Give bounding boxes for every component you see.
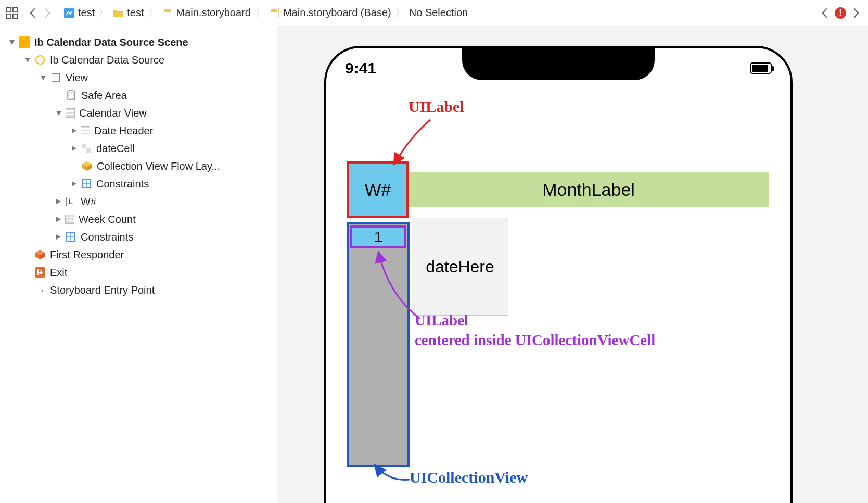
weekcount-cell-label[interactable]: 1 bbox=[350, 225, 406, 248]
disclosure-triangle-icon[interactable] bbox=[72, 146, 76, 151]
outline-calendarview[interactable]: Calendar View bbox=[9, 104, 272, 122]
breadcrumb-item[interactable]: No Selection bbox=[409, 7, 468, 19]
view-icon bbox=[50, 72, 61, 83]
label-icon: L bbox=[65, 196, 76, 207]
breadcrumb: test 〉 test 〉 Main.storyboard 〉 Main.sto… bbox=[63, 7, 815, 19]
svg-rect-1 bbox=[13, 7, 17, 11]
disclosure-triangle-icon[interactable] bbox=[56, 234, 61, 240]
breadcrumb-item[interactable]: Main.storyboard (Base) bbox=[269, 7, 391, 19]
svg-rect-6 bbox=[164, 9, 171, 12]
annotation-uilabel: UILabel bbox=[409, 98, 464, 116]
outline-viewcontroller[interactable]: Ib Calendar Data Source bbox=[9, 51, 272, 69]
first-responder-icon bbox=[34, 249, 46, 260]
breadcrumb-label: Main.storyboard (Base) bbox=[283, 7, 391, 19]
entrypoint-icon: → bbox=[34, 284, 46, 296]
svg-rect-2 bbox=[7, 14, 11, 18]
svg-rect-8 bbox=[271, 9, 277, 12]
outline-label: Calendar View bbox=[79, 107, 147, 119]
nav-forward-button[interactable] bbox=[42, 5, 54, 21]
svg-rect-3 bbox=[13, 14, 17, 18]
breadcrumb-label: test bbox=[127, 7, 144, 19]
chevron-right-icon: 〉 bbox=[254, 7, 265, 19]
outline-label: Collection View Flow Lay... bbox=[97, 160, 220, 172]
storyboard-icon bbox=[269, 7, 280, 19]
folder-icon bbox=[112, 7, 124, 19]
collectionview-icon bbox=[66, 108, 75, 118]
error-badge-icon[interactable]: ! bbox=[835, 7, 846, 19]
nav-back-button[interactable] bbox=[26, 5, 39, 21]
wnum-uilabel[interactable]: W# bbox=[347, 161, 409, 218]
chevron-right-icon: 〉 bbox=[98, 7, 109, 19]
flowlayout-icon bbox=[81, 160, 93, 172]
breadcrumb-item[interactable]: test bbox=[112, 7, 144, 19]
date-cell[interactable]: dateHere bbox=[412, 218, 508, 316]
outline-label: View bbox=[66, 72, 88, 84]
disclosure-triangle-icon[interactable] bbox=[9, 40, 15, 45]
iphone-device-frame: 9:41 W# MonthLabel 1 dateHere UILabel UI… bbox=[324, 46, 793, 503]
storyboard-icon bbox=[162, 7, 173, 19]
battery-icon bbox=[750, 62, 772, 74]
svg-rect-12 bbox=[82, 144, 86, 148]
status-bar: 9:41 bbox=[326, 59, 790, 77]
month-uilabel[interactable]: MonthLabel bbox=[409, 172, 769, 207]
disclosure-triangle-icon[interactable] bbox=[25, 58, 30, 62]
outline-label: dateCell bbox=[96, 143, 134, 155]
breadcrumb-label: Main.storyboard bbox=[176, 7, 251, 19]
outline-label: Week Count bbox=[79, 213, 136, 225]
breadcrumb-item[interactable]: Main.storyboard bbox=[162, 7, 251, 19]
related-items-icon[interactable] bbox=[5, 6, 19, 20]
svg-rect-10 bbox=[69, 92, 74, 98]
outline-constraints2[interactable]: Constraints bbox=[9, 228, 272, 246]
viewcontroller-icon bbox=[34, 54, 46, 66]
outline-entrypoint[interactable]: → Storyboard Entry Point bbox=[9, 281, 272, 299]
outline-label: Constraints bbox=[96, 178, 149, 190]
outline-label: First Responder bbox=[50, 249, 124, 261]
constraints-icon bbox=[81, 178, 92, 190]
cell-icon bbox=[81, 143, 92, 154]
outline-datecell[interactable]: dateCell bbox=[9, 140, 272, 157]
outline-constraints[interactable]: Constraints bbox=[9, 175, 272, 193]
ib-canvas[interactable]: 9:41 W# MonthLabel 1 dateHere UILabel UI… bbox=[277, 26, 868, 503]
exit-icon bbox=[34, 267, 46, 278]
outline-firstresponder[interactable]: First Responder bbox=[9, 246, 272, 263]
annotation-collectionview: UICollectionView bbox=[410, 469, 528, 486]
outline-label: Ib Calendar Data Source bbox=[50, 54, 164, 66]
topbar-right: ! bbox=[818, 5, 863, 21]
breadcrumb-label: test bbox=[78, 7, 95, 19]
outline-weekcount[interactable]: Week Count bbox=[9, 210, 272, 228]
collectionview-icon bbox=[81, 126, 90, 135]
outline-exit[interactable]: Exit bbox=[9, 263, 272, 281]
app-icon bbox=[63, 7, 75, 19]
status-time: 9:41 bbox=[345, 59, 376, 77]
outline-label: Date Header bbox=[94, 125, 153, 137]
collectionview-icon bbox=[65, 215, 74, 224]
document-outline[interactable]: Ib Calendar Data Source Scene Ib Calenda… bbox=[0, 26, 277, 503]
breadcrumb-item[interactable]: test bbox=[63, 7, 95, 19]
outline-wnum[interactable]: L W# bbox=[9, 193, 272, 210]
disclosure-triangle-icon[interactable] bbox=[56, 199, 61, 204]
outline-label: Storyboard Entry Point bbox=[50, 284, 155, 296]
chevron-right-icon: 〉 bbox=[147, 7, 159, 19]
aux-forward-button[interactable] bbox=[850, 5, 863, 21]
breadcrumb-label: No Selection bbox=[409, 7, 468, 19]
svg-rect-0 bbox=[7, 7, 11, 11]
path-bar: test 〉 test 〉 Main.storyboard 〉 Main.sto… bbox=[0, 0, 868, 26]
disclosure-triangle-icon[interactable] bbox=[56, 111, 61, 116]
outline-dateheader[interactable]: Date Header bbox=[9, 122, 272, 140]
outline-scene[interactable]: Ib Calendar Data Source Scene bbox=[9, 33, 272, 51]
outline-view[interactable]: View bbox=[9, 69, 272, 86]
weekcount-collectionview[interactable]: 1 bbox=[347, 222, 410, 467]
outline-flowlayout[interactable]: Collection View Flow Lay... bbox=[9, 157, 272, 175]
outline-label: Constraints bbox=[81, 231, 133, 243]
outline-label: Exit bbox=[50, 267, 67, 279]
disclosure-triangle-icon[interactable] bbox=[72, 181, 76, 186]
disclosure-triangle-icon[interactable] bbox=[72, 128, 76, 133]
outline-label: Ib Calendar Data Source Scene bbox=[34, 36, 188, 48]
outline-safearea[interactable]: Safe Area bbox=[9, 86, 272, 104]
constraints-icon bbox=[65, 231, 76, 243]
aux-back-button[interactable] bbox=[818, 5, 831, 21]
outline-label: Safe Area bbox=[81, 90, 127, 102]
disclosure-triangle-icon[interactable] bbox=[41, 76, 46, 80]
arrow-icon bbox=[389, 117, 446, 169]
disclosure-triangle-icon[interactable] bbox=[56, 217, 61, 222]
